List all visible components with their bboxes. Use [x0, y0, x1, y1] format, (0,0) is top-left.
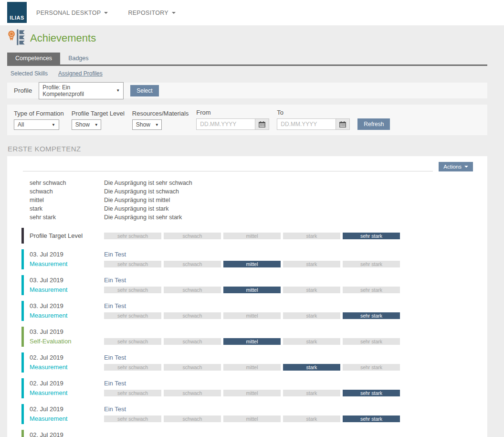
scale-segment: schwach	[164, 233, 221, 239]
profile-select[interactable]: Profile: Ein Kompetenzprofil ▼	[39, 82, 124, 99]
scale-segment: sehr stark	[343, 312, 400, 319]
legend-row: schwachDie Ausprägung ist schwach	[30, 187, 473, 196]
entry-scale-row: Self-Evaluationsehr schwachschwachmittel…	[30, 338, 473, 345]
scale-segment: sehr schwach	[104, 390, 161, 396]
entry-title-link[interactable]: Ein Test	[104, 302, 126, 310]
filter-label: Resources/Materials	[132, 110, 189, 117]
filter-label: Profile Target Level	[72, 110, 125, 117]
legend-level-description: Die Ausprägung ist schwach	[104, 187, 179, 196]
scale-segment: stark	[283, 416, 340, 422]
scale-segment: sehr schwach	[104, 364, 161, 371]
select-arrow-icon: ▼	[116, 88, 120, 93]
competence-entry: 03. Jul 2019Ein TestMeasurementsehr schw…	[21, 301, 473, 321]
filter-resources-materials: Resources/Materials Show ▼	[132, 110, 189, 130]
competence-entry: 02. Jul 2019Self-Evaluationsehr schwachs…	[21, 430, 473, 437]
tab-competences[interactable]: Competences	[7, 53, 60, 64]
legend-level-description: Die Ausprägung ist sehr stark	[104, 213, 182, 222]
main-menu: PERSONAL DESKTOP REPOSITORY	[36, 10, 176, 16]
resources-materials-select[interactable]: Show ▼	[132, 119, 162, 130]
scale-segment: mittel	[223, 338, 281, 345]
entry-title-link[interactable]: Ein Test	[104, 353, 126, 362]
profile-target-level-select[interactable]: Show ▼	[72, 119, 101, 130]
scale-segment: sehr stark	[343, 364, 400, 371]
entry-type-label: Measurement	[30, 389, 104, 396]
calendar-icon[interactable]	[336, 118, 350, 130]
filter-bar: Type of Formation All ▼ Profile Target L…	[7, 105, 487, 135]
entry-date: 03. Jul 2019	[30, 276, 104, 284]
profile-target-level-label: Profile Target Level	[30, 232, 104, 239]
scale-segment: sehr schwach	[104, 416, 161, 422]
scale-segment: stark	[283, 287, 340, 293]
page-header: Achievements	[0, 25, 504, 49]
entry-scale-row: Measurementsehr schwachschwachmittelstar…	[30, 260, 473, 267]
entry-header-row: 03. Jul 2019Ein Test	[30, 276, 473, 284]
scale-segment: schwach	[164, 338, 221, 345]
legend-row: starkDie Ausprägung ist stark	[30, 204, 473, 213]
scale-segment: mittel	[223, 261, 281, 267]
entry-header-row: 03. Jul 2019Ein Test	[30, 302, 473, 310]
scale-segment: mittel	[223, 390, 281, 396]
chevron-down-icon	[172, 12, 176, 14]
rating-scale: sehr schwachschwachmittelstarksehr stark	[104, 364, 400, 371]
tab-badges[interactable]: Badges	[60, 53, 96, 64]
filter-type-of-formation: Type of Formation All ▼	[14, 110, 64, 130]
subtab-bar: Selected Skills Assigned Profiles	[10, 70, 504, 77]
tab-bar: Competences Badges	[7, 53, 504, 64]
calendar-icon[interactable]	[255, 118, 269, 130]
from-date-input[interactable]	[196, 118, 255, 130]
subtab-selected-skills[interactable]: Selected Skills	[10, 70, 48, 77]
entry-date: 03. Jul 2019	[30, 328, 104, 336]
rating-scale: sehr schwachschwachmittelstarksehr stark	[104, 338, 400, 345]
ilias-logo[interactable]: ILIAS	[7, 2, 27, 23]
scale-segment: schwach	[164, 390, 221, 396]
scale-segment: sehr schwach	[104, 287, 161, 293]
legend-level-label: stark	[30, 204, 104, 213]
entry-title-link[interactable]: Ein Test	[104, 276, 126, 284]
top-navbar: ILIAS PERSONAL DESKTOP REPOSITORY	[0, 0, 504, 25]
menu-personal-desktop-label: PERSONAL DESKTOP	[36, 10, 101, 16]
legend-level-description: Die Ausprägung ist stark	[104, 204, 169, 213]
menu-personal-desktop[interactable]: PERSONAL DESKTOP	[36, 10, 108, 16]
rating-scale: sehr schwachschwachmittelstarksehr stark	[104, 261, 400, 267]
filter-label: To	[277, 109, 350, 116]
entry-header-row: 03. Jul 2019Ein Test	[30, 250, 473, 258]
scale-segment: sehr stark	[343, 390, 400, 396]
filter-label: Type of Formation	[14, 110, 64, 117]
refresh-button[interactable]: Refresh	[357, 118, 390, 130]
entry-header-row: 03. Jul 2019	[30, 328, 473, 336]
achievements-icon	[7, 29, 25, 47]
scale-segment: sehr schwach	[104, 338, 161, 345]
entry-type-label: Self-Evaluation	[30, 338, 104, 345]
scale-segment: schwach	[164, 312, 221, 319]
legend-level-label: sehr stark	[30, 213, 104, 222]
profile-label: Profile	[14, 87, 32, 94]
subtab-assigned-profiles[interactable]: Assigned Profiles	[58, 70, 103, 77]
scale-segment: sehr stark	[343, 416, 400, 422]
scale-segment: stark	[283, 312, 340, 319]
entry-title-link[interactable]: Ein Test	[104, 250, 126, 258]
rating-scale: sehr schwachschwachmittelstarksehr stark	[104, 287, 400, 293]
entry-scale-row: Measurementsehr schwachschwachmittelstar…	[30, 312, 473, 319]
entry-type-label: Measurement	[30, 312, 104, 319]
legend-row: sehr schwachDie Ausprägung ist sehr schw…	[30, 179, 473, 187]
competence-panel: Actions sehr schwachDie Ausprägung ist s…	[7, 156, 487, 437]
scale-segment: mittel	[223, 416, 281, 422]
panel-toolbar: Actions	[21, 162, 473, 171]
toolbar-divider	[23, 171, 433, 171]
competence-entry: 03. Jul 2019Ein TestMeasurementsehr schw…	[21, 275, 473, 295]
menu-repository[interactable]: REPOSITORY	[128, 10, 176, 16]
entry-title-link[interactable]: Ein Test	[104, 405, 126, 413]
legend-level-label: mittel	[30, 196, 104, 204]
entry-date: 02. Jul 2019	[30, 379, 104, 387]
scale-segment: stark	[283, 364, 340, 371]
chevron-down-icon	[464, 166, 468, 168]
type-of-formation-select[interactable]: All ▼	[14, 119, 59, 130]
entry-title-link[interactable]: Ein Test	[104, 379, 126, 387]
scale-segment: schwach	[164, 261, 221, 267]
actions-button[interactable]: Actions	[439, 162, 473, 171]
legend-level-label: schwach	[30, 187, 104, 196]
scale-segment: mittel	[223, 364, 281, 371]
scale-segment: sehr stark	[343, 287, 400, 293]
select-button[interactable]: Select	[130, 85, 158, 96]
to-date-input[interactable]	[277, 118, 336, 130]
